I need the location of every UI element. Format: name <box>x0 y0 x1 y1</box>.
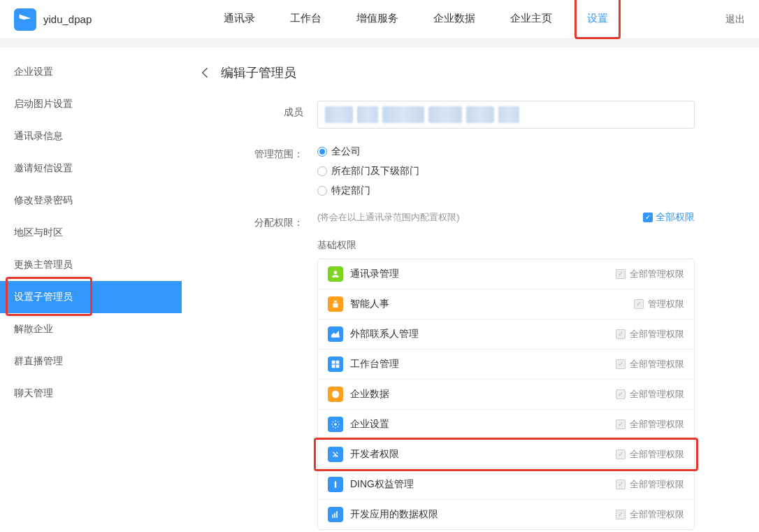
perm-header: (将会在以上通讯录范围内配置权限) ✓ 全部权限 <box>317 211 695 224</box>
svg-rect-3 <box>336 365 340 368</box>
perm-row-8[interactable]: 开发应用的数据权限✓全部管理权限 <box>318 500 694 529</box>
perm-right-checkbox[interactable]: ✓全部管理权限 <box>616 478 684 491</box>
sidebar-item-3[interactable]: 邀请短信设置 <box>0 152 182 185</box>
nav-item-1[interactable]: 工作台 <box>290 0 321 39</box>
back-arrow-icon[interactable] <box>198 66 212 80</box>
perm-icon <box>328 326 343 342</box>
nav-item-3[interactable]: 企业数据 <box>433 0 475 39</box>
check-icon: ✓ <box>616 419 626 429</box>
app-logo <box>14 8 36 31</box>
perm-note: (将会在以上通讯录范围内配置权限) <box>317 211 460 224</box>
check-icon: ✓ <box>616 389 626 399</box>
perm-icon <box>328 507 343 522</box>
perm-name: 开发应用的数据权限 <box>350 508 438 521</box>
perm-right-checkbox[interactable]: ✓全部管理权限 <box>616 358 684 371</box>
scope-radio-group: 全公司所在部门及下级部门特定部门 <box>317 143 731 197</box>
sidebar-item-8[interactable]: 解散企业 <box>0 313 182 345</box>
check-icon: ✓ <box>616 450 626 459</box>
perm-row-1[interactable]: 智能人事✓管理权限 <box>318 289 694 319</box>
perm-right-label: 全部管理权限 <box>630 388 684 401</box>
perm-right-checkbox[interactable]: ✓管理权限 <box>634 298 684 310</box>
perm-icon <box>328 447 343 462</box>
sidebar-item-6[interactable]: 更换主管理员 <box>0 249 182 281</box>
perm-icon <box>328 266 343 282</box>
perm-icon <box>328 296 343 312</box>
radio-label: 特定部门 <box>331 185 370 197</box>
row-member: 成员 <box>198 101 731 129</box>
member-label: 成员 <box>198 101 317 129</box>
check-icon: ✓ <box>643 213 653 222</box>
sidebar-item-0[interactable]: 企业设置 <box>0 56 182 88</box>
sidebar-item-4[interactable]: 修改登录密码 <box>0 185 182 217</box>
sidebar-item-9[interactable]: 群直播管理 <box>0 345 182 378</box>
perm-right-label: 全部管理权限 <box>630 328 684 340</box>
sidebar-item-10[interactable]: 聊天管理 <box>0 378 182 410</box>
svg-rect-6 <box>335 484 336 488</box>
perm-section-title: 基础权限 <box>317 239 731 252</box>
perm-right-checkbox[interactable]: ✓全部管理权限 <box>616 448 684 461</box>
svg-rect-7 <box>332 515 333 518</box>
perm-right-checkbox[interactable]: ✓全部管理权限 <box>616 268 684 280</box>
check-icon: ✓ <box>616 480 626 489</box>
perm-row-2[interactable]: 外部联系人管理✓全部管理权限 <box>318 319 694 350</box>
perm-right-label: 管理权限 <box>648 298 684 310</box>
perm-right-label: 全部管理权限 <box>630 418 684 431</box>
perm-right-checkbox[interactable]: ✓全部管理权限 <box>616 328 684 340</box>
radio-icon <box>317 166 327 176</box>
scope-label: 管理范围： <box>198 143 317 197</box>
sidebar-item-7[interactable]: 设置子管理员 <box>0 281 182 313</box>
svg-rect-1 <box>336 361 340 364</box>
topbar: yidu_dpap 通讯录工作台增值服务企业数据企业主页设置 退出 <box>0 0 759 39</box>
svg-rect-8 <box>334 513 335 518</box>
layout: 企业设置启动图片设置通讯录信息邀请短信设置修改登录密码地区与时区更换主管理员设置… <box>0 48 759 532</box>
perm-list: 通讯录管理✓全部管理权限智能人事✓管理权限外部联系人管理✓全部管理权限工作台管理… <box>317 259 695 530</box>
nav-item-0[interactable]: 通讯录 <box>224 0 255 39</box>
check-icon: ✓ <box>616 329 626 339</box>
sidebar-item-2[interactable]: 通讯录信息 <box>0 120 182 152</box>
perm-right-checkbox[interactable]: ✓全部管理权限 <box>616 418 684 431</box>
logout-link[interactable]: 退出 <box>725 13 745 26</box>
radio-label: 全公司 <box>331 145 361 158</box>
member-input[interactable] <box>317 101 695 129</box>
all-perm-label: 全部权限 <box>656 211 695 224</box>
perm-name: 通讯录管理 <box>350 268 399 280</box>
svg-rect-0 <box>332 361 335 364</box>
nav-item-5[interactable]: 设置 <box>587 0 608 39</box>
perm-row-4[interactable]: 企业数据✓全部管理权限 <box>318 380 694 410</box>
perm-row-0[interactable]: 通讯录管理✓全部管理权限 <box>318 259 694 289</box>
perm-right-label: 全部管理权限 <box>630 508 684 521</box>
perm-name: 开发者权限 <box>350 448 399 461</box>
perm-label: 分配权限： <box>198 211 317 530</box>
scope-radio-0[interactable]: 全公司 <box>317 145 731 158</box>
check-icon: ✓ <box>616 359 626 369</box>
sidebar-item-1[interactable]: 启动图片设置 <box>0 88 182 120</box>
app-name: yidu_dpap <box>43 13 92 25</box>
scope-radio-2[interactable]: 特定部门 <box>317 185 731 197</box>
perm-right-label: 全部管理权限 <box>630 448 684 461</box>
check-icon: ✓ <box>616 510 626 519</box>
check-icon: ✓ <box>634 299 644 309</box>
perm-name: 智能人事 <box>350 298 389 310</box>
perm-row-6[interactable]: 开发者权限✓全部管理权限 <box>318 440 694 470</box>
nav-item-2[interactable]: 增值服务 <box>356 0 398 39</box>
main-content: 编辑子管理员 成员 管理范围： 全公司所在部门及下级部门特定部门 分配权限： (… <box>182 48 759 532</box>
svg-point-5 <box>334 423 337 426</box>
sidebar-item-5[interactable]: 地区与时区 <box>0 217 182 249</box>
page-title: 编辑子管理员 <box>221 64 296 81</box>
radio-icon <box>317 147 327 157</box>
perm-right-checkbox[interactable]: ✓全部管理权限 <box>616 388 684 401</box>
all-perm-checkbox[interactable]: ✓ 全部权限 <box>643 211 695 224</box>
perm-icon <box>328 357 343 372</box>
svg-rect-2 <box>332 365 335 368</box>
row-perm: 分配权限： (将会在以上通讯录范围内配置权限) ✓ 全部权限 基础权限 通讯录管… <box>198 211 731 530</box>
perm-row-7[interactable]: DING权益管理✓全部管理权限 <box>318 470 694 500</box>
perm-icon <box>328 387 343 402</box>
perm-right-checkbox[interactable]: ✓全部管理权限 <box>616 508 684 521</box>
nav-item-4[interactable]: 企业主页 <box>510 0 552 39</box>
radio-icon <box>317 186 327 196</box>
check-icon: ✓ <box>616 269 626 279</box>
scope-radio-1[interactable]: 所在部门及下级部门 <box>317 165 731 178</box>
perm-row-5[interactable]: 企业设置✓全部管理权限 <box>318 410 694 440</box>
perm-icon <box>328 417 343 432</box>
perm-row-3[interactable]: 工作台管理✓全部管理权限 <box>318 350 694 380</box>
